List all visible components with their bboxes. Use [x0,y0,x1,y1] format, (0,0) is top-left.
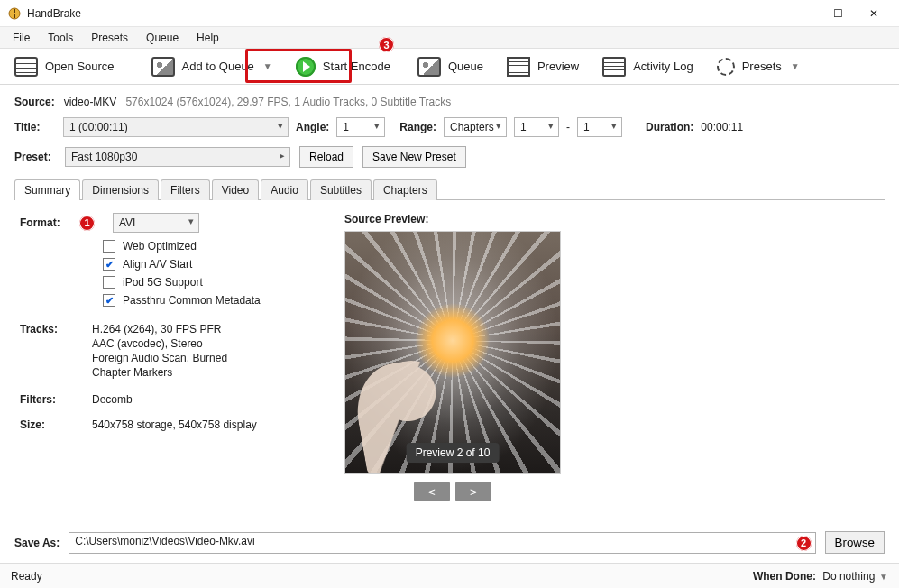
title-label: Title: [14,121,56,133]
source-label: Source: [14,96,55,108]
duration-value: 00:00:11 [701,121,743,133]
summary-pane: Format: 1 AVI Web Optimized ✔ Align A/V … [14,209,885,509]
checkbox-label: Web Optimized [123,240,197,253]
svg-rect-2 [14,14,15,18]
menubar: File Tools Presets Queue Help [0,27,899,49]
activity-log-label: Activity Log [633,60,693,73]
source-preview-heading: Source Preview: [344,213,879,225]
tab-audio[interactable]: Audio [261,179,308,200]
presets-button[interactable]: Presets ▼ [708,52,809,81]
size-value: 540x758 storage, 540x758 display [92,418,257,431]
format-select[interactable]: AVI [113,213,199,233]
range-end-value: 1 [583,121,590,133]
save-as-input[interactable]: C:\Users\moniz\Videos\Video-Mkv.avi 2 [69,532,815,554]
open-source-label: Open Source [45,60,115,73]
menu-help[interactable]: Help [189,29,226,47]
presets-icon [717,58,735,76]
tracks-list: H.264 (x264), 30 FPS PFR AAC (avcodec), … [92,323,227,381]
content-area: Source: video-MKV 576x1024 (576x1024), 2… [0,85,899,516]
window-maximize-button[interactable]: ☐ [820,1,856,26]
annotation-badge-2: 2 [796,536,812,551]
tab-summary[interactable]: Summary [14,179,80,200]
preview-icon [507,57,530,77]
range-type-select[interactable]: Chapters [444,117,507,137]
play-icon [296,57,316,77]
filters-value: Decomb [92,393,133,406]
checkbox-passthru-metadata[interactable]: ✔ Passthru Common Metadata [103,294,317,307]
tracks-label: Tracks: [20,323,74,335]
checkbox-web-optimized[interactable]: Web Optimized [103,240,317,253]
titlebar: HandBrake — ☐ ✕ [0,0,899,27]
tab-chapters[interactable]: Chapters [373,179,437,200]
range-dash: - [566,121,570,133]
checkbox-align-av[interactable]: ✔ Align A/V Start [103,258,317,271]
source-name: video-MKV [64,96,117,108]
format-row: Format: 1 AVI [20,213,317,233]
tab-subtitles[interactable]: Subtitles [310,179,372,200]
tab-filters[interactable]: Filters [161,179,210,200]
when-done-value: Do nothing [822,570,875,583]
queue-label: Queue [448,60,483,73]
track-line: Chapter Markers [92,366,227,379]
when-done-label: When Done: [753,570,816,583]
preview-button[interactable]: Preview [498,52,588,81]
preview-prev-button[interactable]: < [414,482,450,501]
svg-rect-1 [14,9,15,13]
menu-presets[interactable]: Presets [84,29,135,47]
tracks-row: Tracks: H.264 (x264), 30 FPS PFR AAC (av… [20,323,317,381]
angle-select[interactable]: 1 [336,117,385,137]
tab-video[interactable]: Video [212,179,259,200]
window-minimize-button[interactable]: — [784,1,820,26]
checkbox-label: iPod 5G Support [123,276,203,289]
range-start-value: 1 [520,121,527,133]
handbrake-icon [7,6,22,21]
annotation-badge-1: 1 [79,216,95,231]
menu-queue[interactable]: Queue [139,29,186,47]
range-start-select[interactable]: 1 [514,117,559,137]
activity-log-button[interactable]: Activity Log [593,52,702,81]
summary-left-column: Format: 1 AVI Web Optimized ✔ Align A/V … [20,213,317,501]
reload-button[interactable]: Reload [299,146,353,168]
queue-button[interactable]: Queue [408,52,492,81]
save-as-row: Save As: C:\Users\moniz\Videos\Video-Mkv… [0,526,899,559]
browse-button[interactable]: Browse [825,531,885,554]
tabbar: Summary Dimensions Filters Video Audio S… [14,179,885,200]
chevron-down-icon: ▼ [876,572,888,582]
add-to-queue-button[interactable]: Add to Queue ▼ [142,52,281,81]
checkbox-ipod-5g[interactable]: iPod 5G Support [103,276,317,289]
size-label: Size: [20,418,74,431]
toolbar: Open Source Add to Queue ▼ Start Encode … [0,49,899,85]
format-label: Format: [20,216,74,229]
checkbox-box: ✔ [103,294,115,307]
open-source-button[interactable]: Open Source [5,52,124,81]
range-label: Range: [399,121,436,133]
range-type-value: Chapters [450,121,494,133]
preview-next-button[interactable]: > [455,482,491,501]
menu-file[interactable]: File [5,29,37,47]
start-encode-button[interactable]: Start Encode [287,52,403,81]
add-to-queue-label: Add to Queue [182,60,254,73]
open-source-icon [14,57,38,77]
when-done-dropdown[interactable]: Do nothing ▼ [822,570,888,583]
window-close-button[interactable]: ✕ [856,1,892,26]
title-select[interactable]: 1 (00:00:11) [63,117,289,137]
preset-label: Preset: [14,151,56,163]
save-new-preset-button[interactable]: Save New Preset [362,146,466,168]
duration-label: Duration: [646,121,693,133]
track-line: H.264 (x264), 30 FPS PFR [92,323,227,335]
filters-row: Filters: Decomb [20,393,317,406]
checkbox-label: Align A/V Start [123,258,192,271]
size-row: Size: 540x758 storage, 540x758 display [20,418,317,431]
presets-label: Presets [742,60,782,73]
menu-tools[interactable]: Tools [41,29,80,47]
window-title: HandBrake [27,7,81,20]
source-row: Source: video-MKV 576x1024 (576x1024), 2… [14,96,885,108]
range-end-select[interactable]: 1 [577,117,622,137]
title-value: 1 (00:00:11) [69,121,128,133]
angle-label: Angle: [296,121,329,133]
preview-label: Preview [537,60,579,73]
save-as-label: Save As: [14,537,60,549]
format-options: Web Optimized ✔ Align A/V Start iPod 5G … [103,240,317,307]
tab-dimensions[interactable]: Dimensions [82,179,159,200]
preset-select[interactable]: Fast 1080p30 [65,147,290,167]
